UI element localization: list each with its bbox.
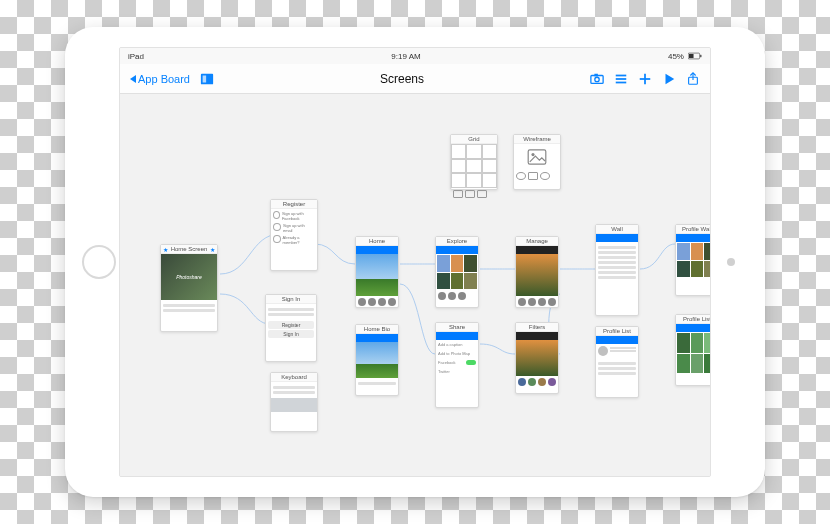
svg-marker-13	[665, 73, 674, 84]
star-icon: ★	[210, 246, 215, 253]
camera-dot	[727, 258, 735, 266]
app-screen: iPad 9:19 AM 45% App Board Screens	[119, 47, 711, 477]
play-icon[interactable]	[662, 72, 676, 86]
keyboard-tile[interactable]: Keyboard	[270, 372, 318, 432]
app-name: Photoshare	[176, 274, 202, 280]
nav-bar: App Board Screens	[120, 64, 710, 94]
register-tile[interactable]: Register Sign up with Facebook Sign up w…	[270, 199, 318, 271]
share-icon[interactable]	[686, 72, 700, 86]
screens-canvas[interactable]: Grid Wireframe ★ ★ Home Screen Photoshar…	[120, 94, 710, 476]
svg-point-17	[531, 153, 534, 156]
svg-rect-4	[203, 75, 207, 82]
home-screen-label: Home Screen	[161, 245, 217, 254]
filters-label: Filters	[516, 323, 558, 332]
wall-label: Wall	[596, 225, 638, 234]
back-label: App Board	[138, 73, 190, 85]
add-icon[interactable]	[638, 72, 652, 86]
profilelist2-label: Profile List	[676, 315, 711, 324]
homebio-tile[interactable]: Home Bio	[355, 324, 399, 396]
signin-label: Sign In	[266, 295, 316, 304]
home-screen-tile[interactable]: ★ ★ Home Screen Photoshare	[160, 244, 218, 332]
star-icon: ★	[163, 246, 168, 253]
filters-tile[interactable]: Filters	[515, 322, 559, 394]
tablet-right-side	[711, 258, 751, 266]
status-bar: iPad 9:19 AM 45%	[120, 48, 710, 64]
back-button[interactable]: App Board	[130, 73, 190, 85]
tablet-left-side	[79, 245, 119, 279]
clock: 9:19 AM	[391, 52, 420, 61]
wall-tile[interactable]: Wall	[595, 224, 639, 316]
tablet-frame: iPad 9:19 AM 45% App Board Screens	[65, 27, 765, 497]
svg-point-6	[595, 77, 599, 81]
register-label: Register	[271, 200, 317, 209]
explore-label: Explore	[436, 237, 478, 246]
list-icon[interactable]	[614, 72, 628, 86]
profilewall-tile[interactable]: Profile Wall	[675, 224, 711, 296]
wireframe-grid-tile[interactable]: Grid	[450, 134, 498, 190]
svg-rect-8	[616, 74, 627, 76]
svg-rect-9	[616, 78, 627, 80]
manage-tile[interactable]: Manage	[515, 236, 559, 308]
svg-rect-10	[616, 81, 627, 83]
home-button[interactable]	[82, 245, 116, 279]
svg-rect-1	[689, 54, 694, 58]
wireframe-picture-tile[interactable]: Wireframe	[513, 134, 561, 190]
wireframe-grid-label: Grid	[451, 135, 497, 144]
profilewall-label: Profile Wall	[676, 225, 711, 234]
home-label: Home	[356, 237, 398, 246]
keyboard-label: Keyboard	[271, 373, 317, 382]
svg-rect-2	[700, 55, 701, 57]
battery-icon	[688, 49, 702, 63]
share-tile[interactable]: Share Add a caption Add to Photo Map Fac…	[435, 322, 479, 408]
profilelist2-tile[interactable]: Profile List	[675, 314, 711, 386]
explore-tile[interactable]: Explore	[435, 236, 479, 308]
profilelist-label: Profile List	[596, 327, 638, 336]
wireframe-picture-label: Wireframe	[514, 135, 560, 144]
signin-tile[interactable]: Sign In Register Sign In	[265, 294, 317, 362]
share-label: Share	[436, 323, 478, 332]
page-title: Screens	[380, 72, 424, 86]
home-tile[interactable]: Home	[355, 236, 399, 308]
battery-label: 45%	[668, 52, 684, 61]
svg-rect-7	[594, 73, 598, 76]
manage-label: Manage	[516, 237, 558, 246]
device-label: iPad	[128, 52, 144, 61]
profilelist-tile[interactable]: Profile List	[595, 326, 639, 398]
camera-icon[interactable]	[590, 72, 604, 86]
layout-icon[interactable]	[200, 72, 214, 86]
homebio-label: Home Bio	[356, 325, 398, 334]
svg-rect-12	[640, 78, 651, 80]
